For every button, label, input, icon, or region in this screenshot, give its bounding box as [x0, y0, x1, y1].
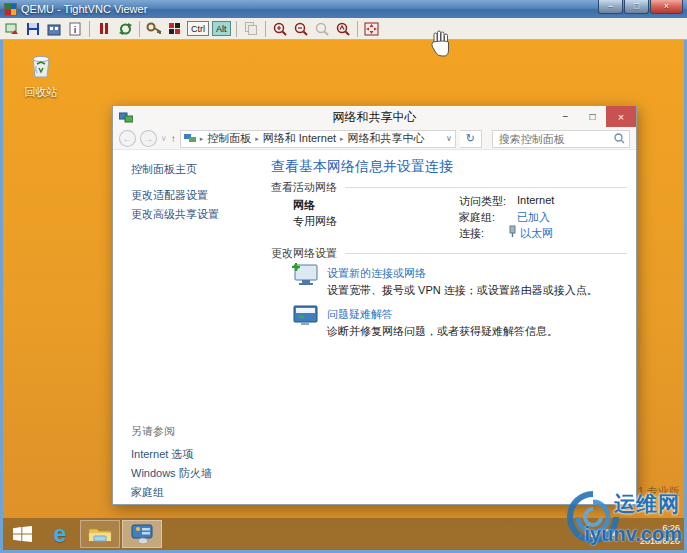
- breadcrumb-control-panel[interactable]: 控制面板: [207, 131, 251, 146]
- zoom-auto-icon[interactable]: [334, 20, 352, 38]
- homegroup-label: 家庭组:: [459, 210, 495, 225]
- search-input[interactable]: [497, 132, 614, 146]
- address-dropdown-icon[interactable]: ∨: [446, 134, 452, 143]
- fullscreen-icon[interactable]: [363, 20, 381, 38]
- search-icon: [614, 133, 625, 144]
- ctrl-toggle-button[interactable]: Ctrl: [187, 21, 209, 36]
- new-connection-icon[interactable]: [3, 20, 21, 38]
- zoom-out-icon[interactable]: [292, 20, 310, 38]
- crumb-separator-icon: ▸: [198, 135, 206, 143]
- page-title: 查看基本网络信息并设置连接: [271, 158, 453, 176]
- troubleshoot-link[interactable]: 问题疑难解答: [327, 307, 393, 322]
- recycle-bin-desktop-icon[interactable]: 回收站: [13, 52, 69, 100]
- iyunv-watermark: 运维网 iyunv.com: [564, 488, 684, 550]
- window-close-button[interactable]: ×: [606, 106, 636, 127]
- copy-icon[interactable]: [242, 20, 260, 38]
- zoom-in-icon[interactable]: [271, 20, 289, 38]
- control-panel-taskbar-icon: [130, 524, 154, 544]
- vnc-close-button[interactable]: ×: [650, 0, 683, 14]
- window-minimize-button[interactable]: −: [552, 106, 579, 127]
- see-also-internet-options[interactable]: Internet 选项: [131, 447, 193, 462]
- ctrl-alt-del-keys-icon[interactable]: [145, 20, 163, 38]
- refresh-icon[interactable]: [116, 20, 134, 38]
- vnc-titlebar[interactable]: QEMU - TightVNC Viewer − □ ×: [0, 0, 687, 18]
- change-network-settings-section-header: 更改网络设置: [271, 246, 627, 261]
- save-session-icon[interactable]: [24, 20, 42, 38]
- troubleshoot-desc: 诊断并修复网络问题，或者获得疑难解答信息。: [327, 324, 558, 339]
- taskbar-control-panel-button[interactable]: [122, 520, 162, 548]
- network-kind: 专用网络: [293, 214, 337, 229]
- vnc-toolbar: i Ctrl Alt: [0, 18, 687, 40]
- homegroup-joined-link[interactable]: 已加入: [517, 210, 550, 225]
- sidebar-item-advanced-sharing[interactable]: 更改高级共享设置: [131, 207, 219, 222]
- file-explorer-icon: [88, 525, 112, 543]
- see-also-windows-firewall[interactable]: Windows 防火墙: [131, 466, 212, 481]
- network-window-controls: − □ ×: [552, 106, 636, 127]
- recycle-bin-icon: [28, 52, 54, 79]
- taskbar-ie-button[interactable]: e: [41, 518, 79, 550]
- vnc-window-title: QEMU - TightVNC Viewer: [21, 3, 598, 15]
- vnc-viewer-window: QEMU - TightVNC Viewer − □ × i Ctrl Alt: [0, 0, 687, 553]
- iyunv-watermark-en: iyunv.com: [585, 523, 682, 546]
- window-maximize-button[interactable]: □: [579, 106, 606, 127]
- search-box[interactable]: [492, 130, 630, 148]
- network-sharing-center-window[interactable]: 网络和共享中心 − □ × ← → ∨ ↑ ▸ 控制面板 ▸: [112, 105, 637, 505]
- control-panel-icon: [184, 133, 196, 144]
- refresh-button[interactable]: ↻: [460, 130, 482, 148]
- connections-label: 连接:: [459, 226, 484, 241]
- toolbar-separator: [357, 21, 358, 37]
- toolbar-separator: [265, 21, 266, 37]
- crumb-separator-icon: ▸: [253, 135, 261, 143]
- active-networks-section-header: 查看活动网络: [271, 180, 627, 195]
- network-window-titlebar[interactable]: 网络和共享中心 − □ ×: [113, 106, 636, 128]
- toolbar-separator: [236, 21, 237, 37]
- internet-explorer-icon: e: [54, 523, 67, 546]
- zoom-100-icon[interactable]: [313, 20, 331, 38]
- hand-cursor-icon: [430, 30, 452, 58]
- back-icon[interactable]: ←: [119, 130, 136, 147]
- setup-new-connection-desc: 设置宽带、拨号或 VPN 连接；或设置路由器或接入点。: [327, 283, 598, 298]
- access-type-label: 访问类型:: [459, 194, 506, 209]
- setup-new-connection-link[interactable]: 设置新的连接或网络: [327, 266, 426, 281]
- toolbar-separator: [139, 21, 140, 37]
- change-network-settings-label: 更改网络设置: [271, 246, 337, 261]
- windows-logo-icon: [13, 526, 32, 542]
- vnc-maximize-button[interactable]: □: [624, 0, 649, 14]
- ethernet-link[interactable]: 以太网: [520, 226, 553, 241]
- network-name: 网络: [293, 198, 315, 213]
- see-also-homegroup[interactable]: 家庭组: [131, 485, 164, 500]
- troubleshoot-icon[interactable]: [289, 303, 321, 329]
- tightvnc-app-icon: [4, 3, 17, 16]
- breadcrumb-network-internet[interactable]: 网络和 Internet: [263, 131, 336, 146]
- connection-info-icon[interactable]: i: [66, 20, 84, 38]
- taskbar-file-explorer-button[interactable]: [80, 520, 120, 548]
- alt-toggle-button[interactable]: Alt: [212, 21, 231, 36]
- crumb-separator-icon: ▸: [338, 135, 346, 143]
- see-also-title: 另请参阅: [131, 424, 175, 439]
- start-button[interactable]: [3, 518, 41, 550]
- windows-security-icon[interactable]: [166, 20, 184, 38]
- breadcrumb-network-sharing[interactable]: 网络和共享中心: [348, 131, 425, 146]
- recent-pages-dropdown-icon[interactable]: ∨: [161, 134, 167, 143]
- svg-text:i: i: [74, 25, 77, 35]
- access-type-value: Internet: [517, 194, 554, 206]
- sidebar-item-change-adapter-settings[interactable]: 更改适配器设置: [131, 188, 208, 203]
- breadcrumb[interactable]: ▸ 控制面板 ▸ 网络和 Internet ▸ 网络和共享中心 ∨: [180, 130, 456, 148]
- network-window-body: 控制面板主页 更改适配器设置 更改高级共享设置 查看基本网络信息并设置连接 查看…: [113, 150, 636, 504]
- up-icon[interactable]: ↑: [171, 133, 176, 144]
- active-networks-label: 查看活动网络: [271, 180, 337, 195]
- setup-new-connection-icon[interactable]: [289, 262, 321, 288]
- iyunv-watermark-cn: 运维网: [614, 490, 680, 518]
- connection-options-icon[interactable]: [45, 20, 63, 38]
- remote-desktop[interactable]: 回收站 网络和共享中心 − □ × ← → ∨ ↑: [3, 40, 684, 550]
- pause-icon[interactable]: [95, 20, 113, 38]
- toolbar-separator: [89, 21, 90, 37]
- vnc-window-controls: − □ ×: [598, 0, 683, 14]
- forward-icon[interactable]: →: [140, 130, 157, 147]
- recycle-bin-label: 回收站: [13, 85, 69, 100]
- sidebar-item-control-panel-home[interactable]: 控制面板主页: [131, 162, 197, 177]
- ethernet-icon: [508, 225, 517, 238]
- vnc-minimize-button[interactable]: −: [598, 0, 623, 14]
- address-bar: ← → ∨ ↑ ▸ 控制面板 ▸ 网络和 Internet ▸ 网络和共享中心 …: [113, 128, 636, 150]
